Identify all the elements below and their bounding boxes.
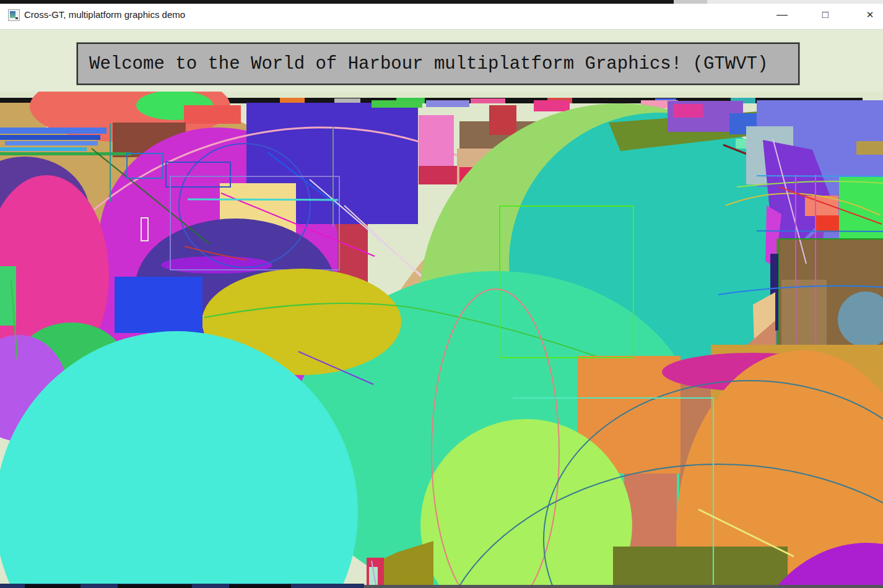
shape-rect-123 <box>25 584 80 588</box>
shape-rect-60 <box>673 104 703 118</box>
window-title: Cross-GT, multiplatform graphics demo <box>24 9 185 20</box>
shape-rect-46 <box>419 115 454 167</box>
shape-rect-54 <box>534 100 570 111</box>
shape-line-44 <box>188 199 338 200</box>
shape-rect-77 <box>781 280 827 345</box>
shape-rect-17 <box>0 135 100 140</box>
shape-rect-66 <box>856 141 883 155</box>
shape-rect-73 <box>839 177 883 239</box>
app-icon <box>8 9 20 21</box>
shape-rect-3 <box>280 98 305 103</box>
app-icon-bar <box>15 17 18 19</box>
top-border-strip-gray <box>674 0 707 4</box>
shape-line-75 <box>757 231 883 231</box>
shape-rect-125 <box>229 584 291 588</box>
shape-rect-52 <box>372 100 422 108</box>
shape-rect-49 <box>489 105 516 135</box>
shape-rect-53 <box>426 100 469 107</box>
shape-ell-30 <box>161 256 272 274</box>
close-button[interactable]: ✕ <box>856 0 883 29</box>
graphics-canvas <box>0 92 883 588</box>
shape-rect-6 <box>471 98 505 103</box>
shape-rect-16 <box>0 128 107 134</box>
app-icon-pane <box>10 11 15 18</box>
shape-rect-94 <box>115 277 202 333</box>
header-region: Welcome to the World of Harbour multipla… <box>0 30 883 92</box>
title-bar: Cross-GT, multiplatform graphics demo — … <box>0 0 883 30</box>
minimize-button[interactable]: — <box>768 0 796 29</box>
shape-rect-20 <box>0 152 131 155</box>
shape-rect-4 <box>334 98 360 103</box>
shape-rect-124 <box>118 584 192 588</box>
welcome-banner: Welcome to the World of Harbour multipla… <box>77 43 799 85</box>
graphics-canvas-area <box>0 92 883 588</box>
top-border-strip <box>0 0 674 4</box>
shape-rect-72 <box>816 215 839 232</box>
shape-rect-111 <box>613 547 788 588</box>
shape-rect-19 <box>0 147 87 151</box>
welcome-banner-text: Welcome to the World of Harbour multipla… <box>89 54 768 74</box>
shape-rect-18 <box>5 141 98 145</box>
maximize-button[interactable]: □ <box>811 0 840 29</box>
shape-line-74 <box>757 176 883 176</box>
shape-rect-14 <box>184 105 241 124</box>
